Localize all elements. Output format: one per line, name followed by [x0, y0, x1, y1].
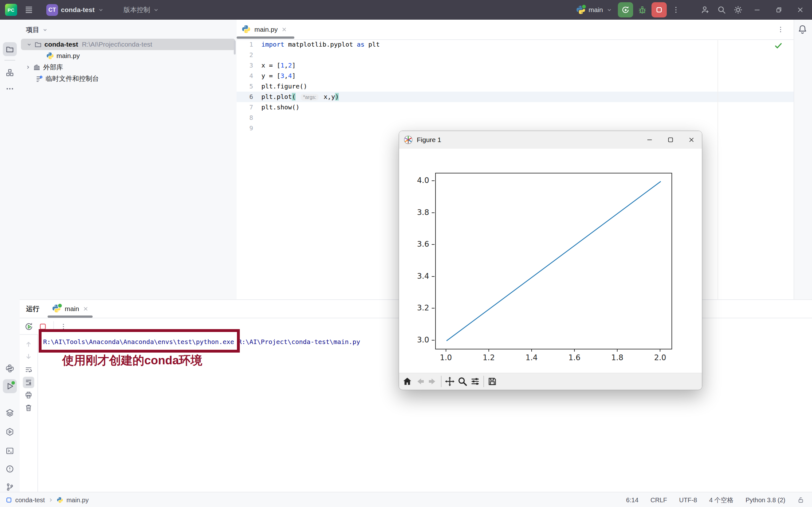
code-line[interactable]: 3x = [1,2]: [236, 60, 794, 71]
run-config-selector[interactable]: main: [573, 3, 616, 16]
prev-occurrence-button[interactable]: [23, 339, 34, 350]
terminal-toolwindow-button[interactable]: [3, 444, 17, 458]
vcs-selector[interactable]: 版本控制: [121, 4, 162, 16]
interpreter-widget[interactable]: Python 3.8 (2): [745, 497, 786, 504]
y-tick: [432, 244, 435, 245]
search-button[interactable]: [714, 3, 729, 17]
code-line[interactable]: 4y = [3,4]: [236, 71, 794, 81]
restore-button[interactable]: [769, 0, 789, 20]
print-button[interactable]: [23, 389, 34, 401]
more-actions-button[interactable]: [669, 3, 683, 17]
project-panel-header[interactable]: 项目: [20, 20, 236, 39]
minimize-button[interactable]: [747, 0, 767, 20]
chevron-down-icon: [97, 6, 104, 13]
project-root-name: conda-test: [44, 41, 78, 48]
chevron-down-icon[interactable]: [26, 41, 32, 48]
run-tab-label: main: [65, 305, 79, 313]
status-widgets: 6:14 CRLF UTF-8 4 个空格 Python 3.8 (2): [626, 496, 812, 504]
x-tick-label: 1.2: [478, 353, 500, 362]
line-number: 6: [236, 92, 261, 102]
y-tick-label: 3.2: [409, 303, 429, 312]
next-occurrence-button[interactable]: [23, 351, 34, 362]
project-scrollbar-thumb[interactable]: [234, 41, 236, 55]
python-console-toolwindow-button[interactable]: [3, 425, 17, 439]
code-line[interactable]: 6plt.plot( *args: x,y): [236, 92, 794, 102]
code-line[interactable]: 8: [236, 113, 794, 123]
run-toolwindow-button[interactable]: [3, 379, 17, 393]
notifications-button[interactable]: [797, 24, 808, 35]
y-tick: [432, 180, 435, 181]
check-icon: [774, 41, 783, 50]
run-tab-main[interactable]: main: [52, 304, 89, 314]
project-toolwindow-button[interactable]: [3, 42, 17, 56]
python-icon: [576, 5, 586, 14]
settings-button[interactable]: [731, 3, 745, 17]
encoding-widget[interactable]: UTF-8: [679, 497, 697, 504]
kebab-icon: [672, 6, 680, 14]
project-icon: [6, 497, 12, 503]
editor-margin-guide: [717, 39, 718, 299]
close-button[interactable]: [681, 131, 702, 149]
minimize-button[interactable]: [639, 131, 660, 149]
close-tab-icon[interactable]: [281, 26, 287, 33]
project-name: conda-test: [61, 6, 95, 14]
user-plus-icon: [700, 5, 710, 14]
x-tick-label: 1.6: [563, 353, 586, 362]
minimize-icon: [646, 136, 653, 144]
rerun-button[interactable]: [24, 322, 34, 331]
stop-button[interactable]: [651, 2, 667, 17]
soft-wrap-icon: [24, 365, 33, 374]
project-selector[interactable]: CT conda-test: [44, 3, 107, 17]
figure-titlebar[interactable]: Figure 1: [399, 131, 702, 149]
layers-icon: [5, 408, 14, 417]
code-line[interactable]: 7plt.show(): [236, 102, 794, 113]
maximize-button[interactable]: [660, 131, 681, 149]
back-button[interactable]: [414, 375, 426, 388]
tree-row-scratches[interactable]: 临时文件和控制台: [20, 73, 236, 84]
unlock-icon[interactable]: [797, 497, 804, 504]
breadcrumb-project[interactable]: conda-test: [15, 497, 45, 504]
chevron-right-icon[interactable]: [25, 64, 31, 70]
code-line[interactable]: 2: [236, 50, 794, 60]
scroll-to-end-button[interactable]: [23, 377, 34, 388]
indent-widget[interactable]: 4 个空格: [709, 496, 734, 504]
arrow-up-icon: [24, 340, 33, 348]
close-button[interactable]: [791, 0, 810, 20]
x-tick-label: 1.0: [435, 353, 457, 362]
arrow-right-icon: [428, 376, 438, 387]
subplots-config-button[interactable]: [469, 375, 482, 388]
terminal-icon: [5, 446, 14, 455]
annotation-text: 使用刚才创建的conda环境: [62, 352, 202, 369]
x-tick: [660, 349, 660, 352]
rerun-button[interactable]: [618, 2, 633, 17]
editor-tab-options-button[interactable]: [774, 23, 787, 36]
line-number: 3: [236, 60, 261, 71]
zoom-button[interactable]: [456, 375, 469, 388]
debug-button[interactable]: [635, 3, 650, 17]
tree-row-project-root[interactable]: conda-test R:\AI\Project\conda-test: [21, 39, 235, 50]
minimize-icon: [753, 6, 761, 14]
add-user-button[interactable]: [698, 3, 712, 17]
breadcrumb-file[interactable]: main.py: [66, 497, 89, 504]
more-toolwindows-button[interactable]: [3, 82, 17, 96]
save-button[interactable]: [486, 375, 499, 388]
tree-row-external-libraries[interactable]: 外部库: [20, 61, 236, 73]
line-separator-widget[interactable]: CRLF: [651, 497, 667, 504]
code-line[interactable]: 1import matplotlib.pyplot as plt: [236, 39, 794, 50]
main-menu-button[interactable]: [21, 3, 36, 17]
tree-row-main-py[interactable]: main.py: [20, 50, 236, 61]
running-dot: [581, 4, 587, 9]
caret-position-widget[interactable]: 6:14: [626, 497, 639, 504]
close-tab-icon[interactable]: [83, 306, 89, 312]
soft-wrap-button[interactable]: [23, 364, 34, 376]
problems-toolwindow-button[interactable]: [3, 462, 17, 476]
python-packages-toolwindow-button[interactable]: [3, 361, 17, 376]
home-button[interactable]: [401, 375, 414, 388]
services-toolwindow-button[interactable]: [3, 406, 17, 420]
code-line[interactable]: 5plt.figure(): [236, 81, 794, 92]
inspections-ok-icon[interactable]: [774, 41, 783, 50]
clear-all-button[interactable]: [23, 402, 34, 413]
forward-button[interactable]: [426, 375, 439, 388]
structure-toolwindow-button[interactable]: [3, 66, 17, 79]
pan-button[interactable]: [443, 375, 456, 388]
